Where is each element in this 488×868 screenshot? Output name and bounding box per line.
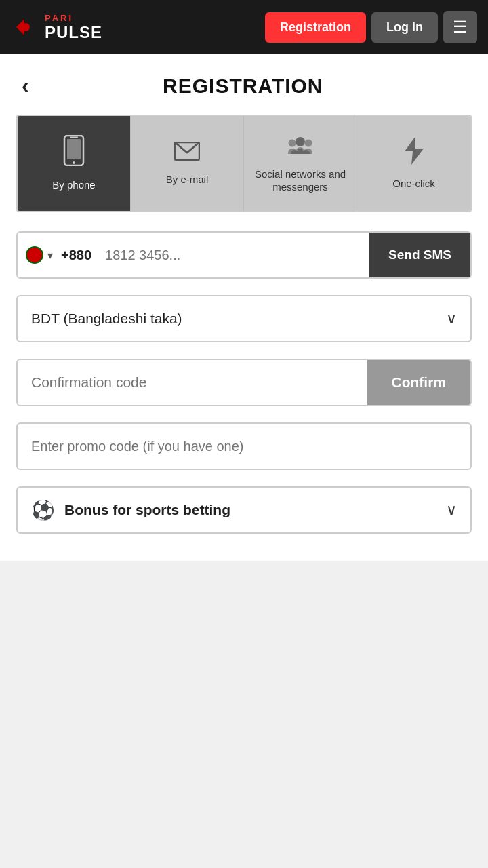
logo: PARI PULSE	[11, 12, 102, 42]
svg-point-9	[289, 139, 296, 146]
logo-icon	[11, 12, 41, 42]
header: PARI PULSE Registration Log in ☰	[0, 0, 488, 54]
email-icon	[174, 141, 200, 166]
tab-email-label: By e-mail	[166, 173, 209, 186]
back-button[interactable]: ‹	[16, 71, 35, 101]
lightning-icon	[405, 136, 424, 170]
send-sms-button[interactable]: Send SMS	[369, 233, 470, 277]
svg-point-10	[305, 139, 312, 146]
svg-rect-4	[67, 139, 81, 159]
promo-code-row[interactable]	[16, 422, 472, 470]
svg-point-5	[73, 161, 75, 164]
logo-text: PARI PULSE	[45, 13, 102, 42]
promo-code-input[interactable]	[31, 424, 457, 469]
header-buttons: Registration Log in ☰	[265, 11, 477, 43]
phone-icon	[62, 135, 86, 172]
tab-by-email[interactable]: By e-mail	[131, 116, 244, 211]
svg-point-2	[22, 23, 30, 31]
soccer-icon: ⚽	[31, 499, 55, 521]
social-icon	[285, 134, 315, 161]
confirmation-code-input[interactable]	[18, 360, 367, 405]
tab-social[interactable]: Social networks and messengers	[244, 116, 357, 211]
currency-label: BDT (Bangladeshi taka)	[31, 311, 182, 327]
page-title: REGISTRATION	[41, 75, 472, 98]
svg-marker-11	[405, 136, 424, 165]
confirm-button[interactable]: Confirm	[367, 360, 471, 405]
svg-point-8	[296, 137, 305, 146]
login-button[interactable]: Log in	[371, 12, 438, 43]
currency-selector[interactable]: BDT (Bangladeshi taka) ∨	[16, 295, 472, 342]
main-content: ‹ REGISTRATION By phone By	[0, 54, 488, 561]
country-chevron-icon: ▾	[47, 249, 53, 262]
country-code: +880	[61, 248, 98, 263]
tab-by-phone[interactable]: By phone	[18, 116, 131, 211]
registration-button[interactable]: Registration	[265, 12, 366, 43]
flag-circle	[26, 246, 43, 264]
bonus-left: ⚽ Bonus for sports betting	[31, 499, 230, 521]
tab-phone-label: By phone	[52, 178, 95, 192]
phone-input-row: ▾ +880 Send SMS	[16, 231, 472, 279]
title-row: ‹ REGISTRATION	[16, 54, 472, 115]
currency-chevron-icon: ∨	[446, 310, 457, 328]
phone-input[interactable]	[98, 233, 369, 277]
bonus-selector[interactable]: ⚽ Bonus for sports betting ∨	[16, 486, 472, 534]
hamburger-menu-button[interactable]: ☰	[443, 11, 477, 43]
tab-oneclick-label: One-click	[392, 177, 435, 191]
tab-one-click[interactable]: One-click	[357, 116, 470, 211]
registration-tabs: By phone By e-mail Social	[16, 115, 472, 212]
bonus-chevron-icon: ∨	[446, 501, 457, 519]
bonus-label: Bonus for sports betting	[64, 502, 230, 518]
confirmation-row: Confirm	[16, 359, 472, 406]
tab-social-label: Social networks and messengers	[251, 167, 350, 194]
country-selector[interactable]: ▾	[18, 233, 61, 277]
